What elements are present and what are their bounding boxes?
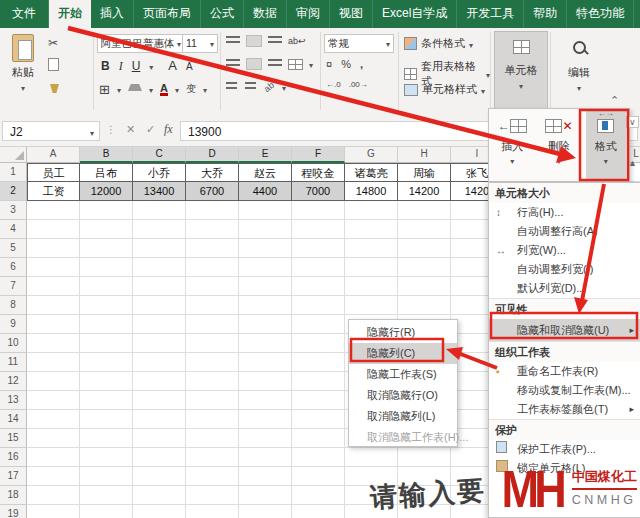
- column-header-a[interactable]: A: [27, 146, 80, 163]
- menu-item-autofit-column-width[interactable]: 自动调整列宽(I): [489, 260, 640, 279]
- cell-b1[interactable]: 吕布: [80, 163, 133, 182]
- column-header-g[interactable]: G: [345, 146, 398, 163]
- column-header-d[interactable]: D: [186, 146, 239, 163]
- row-header[interactable]: 19: [0, 505, 27, 518]
- cell-c2[interactable]: 13400: [133, 182, 186, 201]
- wrap-text-icon[interactable]: ab↩: [288, 36, 306, 46]
- row-header[interactable]: 1: [0, 163, 27, 182]
- insert-button[interactable]: ← 插入: [492, 109, 532, 181]
- tab-page-layout[interactable]: 页面布局: [134, 0, 201, 28]
- row-header[interactable]: 6: [0, 258, 27, 277]
- number-format-combo[interactable]: 常规: [324, 34, 394, 53]
- cell-e1[interactable]: 赵云: [239, 163, 292, 182]
- menu-item-rename-sheet[interactable]: ▪重命名工作表(R): [489, 362, 640, 381]
- column-header-e[interactable]: E: [239, 146, 292, 163]
- column-header-f[interactable]: F: [292, 146, 345, 163]
- decrease-font-button[interactable]: A: [186, 61, 193, 72]
- menu-item-default-width[interactable]: 默认列宽(D)...: [489, 279, 640, 298]
- font-size-combo[interactable]: 11: [182, 34, 218, 53]
- tab-data[interactable]: 数据: [244, 0, 287, 28]
- row-header[interactable]: 11: [0, 353, 27, 372]
- increase-decimal-icon[interactable]: ←.0: [326, 80, 341, 89]
- decrease-indent-icon[interactable]: [226, 82, 237, 92]
- name-box-splitter-icon[interactable]: ⋮: [106, 124, 116, 135]
- confirm-entry-icon[interactable]: ✓: [146, 123, 155, 136]
- row-header[interactable]: 8: [0, 296, 27, 315]
- copy-button[interactable]: [48, 58, 59, 74]
- font-name-combo[interactable]: 阿里巴巴普惠体: [97, 34, 185, 53]
- cut-button[interactable]: ✂: [48, 36, 58, 50]
- row-header[interactable]: 12: [0, 372, 27, 391]
- menu-item-autofit-row-height[interactable]: 自动调整行高(A): [489, 222, 640, 241]
- format-painter-button[interactable]: [50, 82, 59, 96]
- comma-format-button[interactable]: ,: [360, 58, 363, 70]
- tab-special-features[interactable]: 特色功能: [567, 0, 634, 28]
- menu-item-move-copy-sheet[interactable]: 移动或复制工作表(M)...: [489, 381, 640, 400]
- scroll-up-icon[interactable]: ▲: [628, 158, 637, 168]
- tab-home[interactable]: 开始: [49, 0, 91, 28]
- fill-color-caret-icon[interactable]: [149, 82, 153, 96]
- cell-f2[interactable]: 7000: [292, 182, 345, 201]
- cell-styles-button[interactable]: 单元格样式: [404, 82, 485, 97]
- cell-c1[interactable]: 小乔: [133, 163, 186, 182]
- tab-file[interactable]: 文件: [0, 0, 49, 28]
- tab-help[interactable]: 帮助: [524, 0, 567, 28]
- underline-caret-icon[interactable]: [149, 59, 153, 73]
- column-header-h[interactable]: H: [398, 146, 451, 163]
- cell-d2[interactable]: 6700: [186, 182, 239, 201]
- tab-review[interactable]: 审阅: [287, 0, 330, 28]
- row-header[interactable]: 16: [0, 448, 27, 467]
- tab-view[interactable]: 视图: [330, 0, 373, 28]
- underline-button[interactable]: U: [132, 59, 141, 73]
- paste-dropdown-caret-icon[interactable]: [21, 80, 25, 94]
- submenu-item-hide-sheet[interactable]: 隐藏工作表(S): [349, 364, 457, 385]
- paste-button[interactable]: 粘贴: [6, 34, 40, 94]
- cell-h2[interactable]: 14200: [398, 182, 451, 201]
- column-header-c[interactable]: C: [133, 146, 186, 163]
- row-header[interactable]: 13: [0, 391, 27, 410]
- borders-button[interactable]: ⊞: [99, 82, 110, 97]
- italic-button[interactable]: I: [119, 59, 123, 74]
- increase-font-button[interactable]: A: [168, 58, 177, 73]
- scroll-down-icon[interactable]: ∨: [626, 116, 639, 128]
- bold-button[interactable]: B: [101, 59, 110, 73]
- row-header[interactable]: 7: [0, 277, 27, 296]
- row-header[interactable]: 3: [0, 201, 27, 220]
- conditional-formatting-button[interactable]: 条件格式: [404, 36, 473, 51]
- tab-excel-self-study[interactable]: Excel自学成: [373, 0, 457, 28]
- submenu-item-unhide-columns[interactable]: 取消隐藏列(L): [349, 406, 457, 427]
- font-color-button[interactable]: A: [160, 83, 168, 96]
- cancel-entry-icon[interactable]: ✕: [126, 123, 135, 136]
- decrease-decimal-icon[interactable]: .00→: [349, 80, 368, 89]
- row-header[interactable]: 15: [0, 429, 27, 448]
- align-center-icon[interactable]: [246, 58, 262, 70]
- merge-center-icon[interactable]: [288, 59, 303, 70]
- cell-a2[interactable]: 工资: [27, 182, 80, 201]
- fill-color-icon[interactable]: [128, 84, 142, 94]
- menu-item-row-height[interactable]: ↕行高(H)...: [489, 203, 640, 222]
- submenu-item-hide-rows[interactable]: 隐藏行(R): [349, 322, 457, 343]
- percent-format-button[interactable]: %: [341, 58, 351, 70]
- collapse-ribbon-icon[interactable]: ⌃: [610, 94, 619, 107]
- submenu-item-unhide-rows[interactable]: 取消隐藏行(O): [349, 385, 457, 406]
- font-color-caret-icon[interactable]: [175, 82, 179, 96]
- tab-insert[interactable]: 插入: [91, 0, 134, 28]
- cell-e2[interactable]: 4400: [239, 182, 292, 201]
- align-right-icon[interactable]: [268, 59, 282, 69]
- align-bottom-icon[interactable]: [268, 36, 282, 46]
- cell-b2[interactable]: 12000: [80, 182, 133, 201]
- row-header[interactable]: 5: [0, 239, 27, 258]
- row-header[interactable]: 4: [0, 220, 27, 239]
- menu-item-hide-unhide[interactable]: 隐藏和取消隐藏(U)▸: [489, 319, 640, 341]
- tab-formulas[interactable]: 公式: [201, 0, 244, 28]
- format-button[interactable]: ←→ 格式: [586, 109, 626, 181]
- editing-group-button[interactable]: 编辑: [554, 31, 604, 115]
- delete-button[interactable]: ✕ 删除: [539, 109, 579, 181]
- phonetic-caret-icon[interactable]: [203, 82, 207, 96]
- insert-function-icon[interactable]: fx: [164, 122, 173, 137]
- align-top-icon[interactable]: [226, 36, 240, 46]
- orientation-icon[interactable]: ab: [262, 80, 276, 94]
- menu-item-tab-color[interactable]: 工作表标签颜色(T)▸: [489, 400, 640, 419]
- menu-item-protect-sheet[interactable]: 保护工作表(P)...: [489, 440, 640, 459]
- name-box-caret-icon[interactable]: [90, 122, 94, 144]
